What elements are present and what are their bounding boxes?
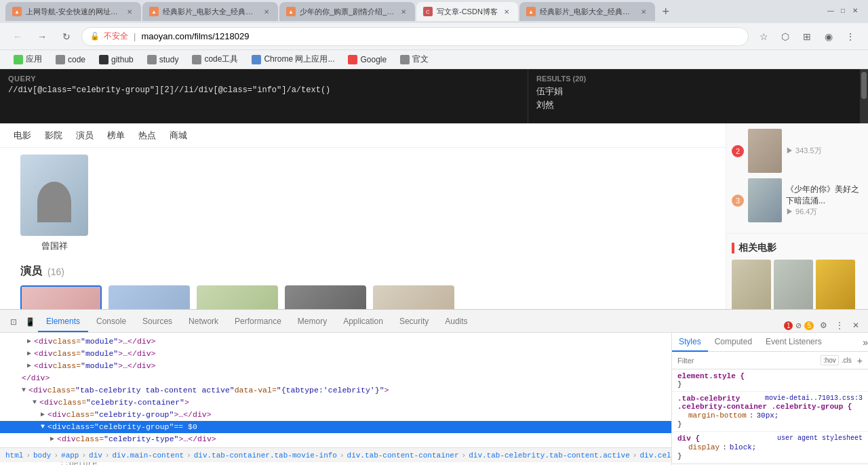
styles-expand-icon[interactable]: » (863, 337, 868, 348)
cast-item-5[interactable] (373, 285, 454, 309)
bookmark-code[interactable]: code (50, 54, 91, 66)
query-value[interactable]: //div[@class="celebrity-group"][2]//li/d… (8, 85, 519, 95)
devtools-close-icon[interactable]: ✕ (849, 319, 863, 332)
arrow-2[interactable]: ▶ (27, 348, 31, 359)
devtools-device-icon[interactable]: 📱 (22, 312, 38, 332)
breadcrumb-body[interactable]: body (33, 451, 51, 460)
tab-4[interactable]: C 写文章-CSDN博客 ✕ (416, 2, 518, 21)
bookmark-apps[interactable]: 应用 (8, 52, 47, 66)
arrow-9[interactable]: ▶ (50, 434, 54, 445)
tab-security[interactable]: Security (391, 312, 437, 332)
cast-item-3[interactable] (197, 285, 278, 309)
new-tab-button[interactable]: + (656, 2, 675, 21)
breadcrumb-main[interactable]: div.main-content (112, 451, 184, 460)
tab-performance[interactable]: Performance (226, 312, 290, 332)
prop-value-margin[interactable]: 30px; (756, 411, 778, 420)
html-line-4[interactable]: </div> (0, 372, 671, 384)
nav-nearby[interactable]: 商城 (170, 129, 187, 142)
breadcrumb-celebrity-container[interactable]: div.celebrity-container (639, 451, 671, 460)
bookmark-study[interactable]: study (142, 54, 184, 66)
tab-3-close[interactable]: ✕ (399, 7, 408, 16)
pseudo-button[interactable]: :hov (821, 355, 839, 365)
query-scrollbar[interactable] (860, 69, 868, 123)
user-icon[interactable]: ◉ (819, 27, 838, 46)
arrow-3[interactable]: ▶ (27, 361, 31, 371)
nav-cinema[interactable]: 影院 (45, 129, 62, 142)
arrow-8[interactable]: ▼ (41, 422, 45, 432)
html-line-1[interactable]: ▶ <div class="module">…</div> (0, 336, 671, 348)
query-scroll-thumb[interactable] (861, 72, 867, 99)
related-thumb-3[interactable] (816, 260, 855, 309)
breadcrumb-tab-content-container[interactable]: div.tab-content-container (347, 451, 459, 460)
tab-5[interactable]: ▲ 经典影片_电影大全_经典高清电... ✕ (519, 2, 655, 21)
tab-elements[interactable]: Elements (38, 312, 88, 332)
tab-console[interactable]: Console (88, 312, 134, 332)
tab-1[interactable]: ▲ 上网导航-安全快速的网址大全 ✕ (5, 2, 141, 21)
html-line-7[interactable]: ▶ <div class="celebrity-group">…</div> (0, 409, 671, 421)
tab-2-close[interactable]: ✕ (262, 7, 271, 16)
tab-5-close[interactable]: ✕ (639, 7, 648, 16)
arrow-1[interactable]: ▶ (27, 336, 31, 347)
html-line-8[interactable]: ▼ <div class="celebrity-group" == $0 (0, 421, 671, 433)
cast-item-4[interactable] (285, 285, 366, 309)
breadcrumb-app[interactable]: #app (61, 451, 79, 460)
filter-input[interactable] (677, 354, 818, 367)
arrow-6[interactable]: ▼ (33, 397, 37, 408)
url-bar[interactable]: 🔓 不安全 | maoyan.com/films/1218029 (81, 27, 749, 46)
arrow-5[interactable]: ▼ (22, 385, 26, 396)
tab-3-favicon: ▲ (286, 7, 296, 16)
breadcrumb-html[interactable]: html (5, 451, 23, 460)
breadcrumb-tab-celebrity[interactable]: div.tab-celebrity.tab-content.active (469, 451, 630, 460)
html-line-2[interactable]: ▶ <div class="module">…</div> (0, 348, 671, 360)
forward-button[interactable]: → (33, 27, 52, 46)
prop-value-display[interactable]: block; (730, 443, 757, 451)
devtools-settings-icon[interactable]: ⚙ (816, 319, 830, 332)
tab-memory[interactable]: Memory (290, 312, 335, 332)
add-style-button[interactable]: + (857, 355, 863, 366)
related-thumb-1[interactable] (732, 260, 771, 309)
devtools-more-icon[interactable]: ⋮ (833, 319, 846, 332)
html-line-6[interactable]: ▼ <div class="celebrity-container"> (0, 397, 671, 409)
tab-3[interactable]: ▲ 少年的你_购票_剧情介绍_演职人... ✕ (279, 2, 415, 21)
bookmark-guanwen[interactable]: 官文 (395, 52, 434, 66)
bookmark-github[interactable]: github (94, 54, 139, 66)
tab-audits[interactable]: Audits (437, 312, 475, 332)
bookmark-chrome[interactable]: Chrome 网上应用... (246, 52, 340, 66)
styles-tab-styles[interactable]: Styles (672, 333, 708, 352)
tab-sources[interactable]: Sources (134, 312, 180, 332)
menu-icon[interactable]: ⋮ (841, 27, 860, 46)
nav-hot[interactable]: 热点 (138, 129, 156, 142)
nav-ranking[interactable]: 榜单 (107, 129, 125, 142)
bookmark-star-icon[interactable]: ☆ (754, 27, 773, 46)
back-button[interactable]: ← (8, 27, 27, 46)
cast-icon[interactable]: ⬡ (776, 27, 795, 46)
styles-tab-event[interactable]: Event Listeners (759, 333, 829, 352)
minimize-button[interactable]: — (826, 5, 835, 15)
html-line-5[interactable]: ▼ <div class="tab-celebrity tab-content … (0, 384, 671, 397)
close-button[interactable]: ✕ (850, 5, 860, 15)
styles-tab-computed[interactable]: Computed (708, 333, 759, 352)
devtools-inspect-icon[interactable]: ⊡ (5, 312, 22, 332)
tab-4-close[interactable]: ✕ (502, 7, 511, 16)
maximize-button[interactable]: □ (838, 5, 848, 15)
tab-2[interactable]: ▲ 经典影片_电影大全_经典高清电... ✕ (142, 2, 278, 21)
extension-icon[interactable]: ⊞ (797, 27, 816, 46)
style-source-2[interactable]: movie-detai..71013.css:3 (765, 395, 863, 403)
cast-item-1[interactable] (20, 285, 102, 309)
arrow-7[interactable]: ▶ (41, 409, 45, 420)
tab-application[interactable]: Application (335, 312, 391, 332)
cast-item-2[interactable] (108, 285, 190, 309)
nav-movie[interactable]: 电影 (14, 129, 31, 142)
html-line-9[interactable]: ▶ <div class="celebrity-type">…</div> (0, 433, 671, 445)
breadcrumb-div[interactable]: div (89, 451, 102, 460)
related-thumb-2[interactable] (774, 260, 813, 309)
reload-button[interactable]: ↻ (57, 27, 76, 46)
bookmark-codetool[interactable]: code工具 (186, 52, 243, 66)
breadcrumb-tab-container[interactable]: div.tab-container.tab-movie-info (194, 451, 337, 460)
tab-network[interactable]: Network (180, 312, 226, 332)
cls-button[interactable]: .cls (842, 357, 852, 364)
bookmark-google[interactable]: Google (342, 54, 392, 66)
nav-actor[interactable]: 演员 (76, 129, 94, 142)
tab-1-close[interactable]: ✕ (125, 7, 134, 16)
html-line-3[interactable]: ▶ <div class="module">…</div> (0, 360, 671, 372)
